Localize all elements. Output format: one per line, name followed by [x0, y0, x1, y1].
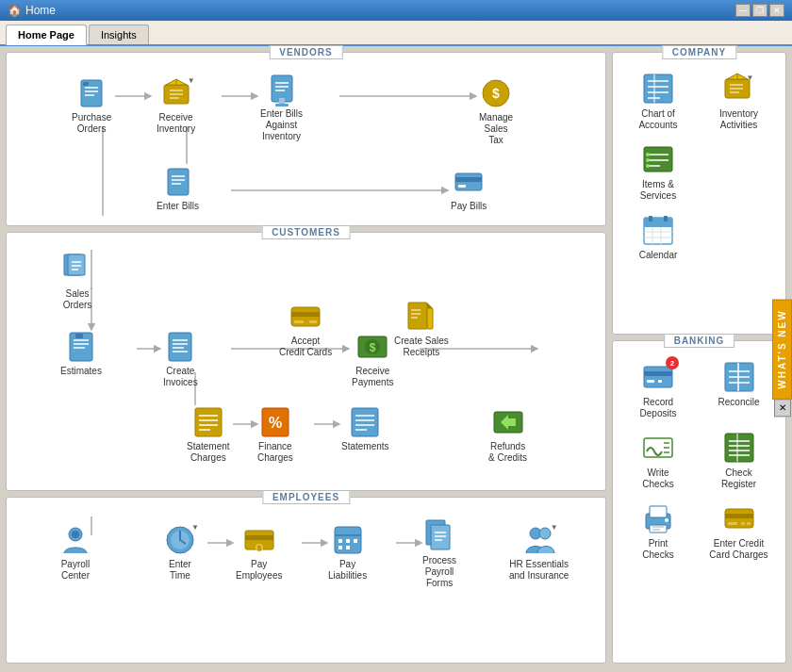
enter-bills-item[interactable]: Enter Bills	[154, 162, 202, 215]
pay-liabilities-item[interactable]: PayLiabilities	[325, 520, 370, 584]
svg-rect-25	[168, 169, 189, 195]
svg-rect-30	[455, 177, 482, 182]
title-bar: 🏠 Home — ❐ ✕	[0, 0, 792, 21]
svg-rect-31	[458, 185, 466, 188]
svg-text:$: $	[492, 86, 500, 101]
customers-layout: SalesOrders Estimates	[14, 250, 598, 481]
svg-point-127	[646, 158, 650, 162]
enter-credit-card-charges-item[interactable]: Enter CreditCard Charges	[701, 498, 777, 565]
svg-rect-167	[747, 522, 751, 525]
process-payroll-forms-item[interactable]: ProcessPayrollForms	[420, 516, 459, 592]
pay-bills-item[interactable]: Pay Bills	[448, 162, 489, 215]
app-icon: 🏠	[8, 4, 22, 17]
svg-rect-100	[354, 539, 357, 543]
inventory-activities-item[interactable]: ▼ InventoryActivities	[701, 68, 777, 135]
vendors-section: VENDORS	[6, 52, 606, 226]
finance-charges-item[interactable]: % FinanceCharges	[255, 402, 296, 467]
check-register-item[interactable]: CheckRegister	[701, 427, 777, 494]
purchase-orders-item[interactable]: PurchaseOrders	[69, 74, 114, 138]
record-deposits-item[interactable]: 2 RecordDeposits	[620, 356, 696, 423]
vendors-title: VENDORS	[269, 45, 342, 59]
create-sales-receipts-item[interactable]: Create SalesReceipts	[391, 297, 452, 361]
svg-rect-151	[725, 434, 753, 462]
vendors-layout: PurchaseOrders ▼	[14, 70, 598, 216]
manage-sales-tax-item[interactable]: $ ManageSalesTax	[476, 74, 516, 149]
svg-rect-57	[291, 312, 320, 317]
close-button[interactable]: ✕	[769, 4, 784, 17]
write-checks-item[interactable]: WriteChecks	[620, 427, 696, 494]
banking-icons: 2 RecordDeposits R	[620, 356, 778, 565]
svg-rect-139	[644, 371, 672, 376]
svg-rect-166	[741, 522, 745, 525]
svg-rect-158	[650, 506, 667, 517]
chart-accounts-item[interactable]: Chart ofAccounts	[620, 68, 696, 135]
svg-point-162	[665, 518, 668, 522]
minimize-button[interactable]: —	[735, 4, 751, 17]
hr-essentials-item[interactable]: ▼ HR Essentialsand Insurance	[506, 520, 571, 584]
svg-rect-60	[408, 303, 427, 329]
company-section: COMPANY Chart ofAccounts	[612, 52, 786, 335]
svg-rect-93	[245, 535, 273, 540]
deposits-badge: 2	[666, 356, 679, 369]
receive-payments-item[interactable]: $ ReceivePayments	[349, 327, 396, 391]
window-controls: — ❐ ✕	[735, 4, 784, 17]
svg-rect-138	[644, 367, 672, 387]
whats-new-tab[interactable]: WHAT'S NEW	[772, 299, 792, 399]
svg-point-126	[646, 153, 650, 156]
svg-marker-61	[427, 303, 433, 308]
svg-rect-58	[294, 320, 304, 323]
payroll-center-item[interactable]: PayrollCenter	[56, 520, 95, 584]
enter-bills-inventory-item[interactable]: Enter BillsAgainstInventory	[257, 70, 305, 145]
window-title: Home	[25, 4, 56, 17]
tab-insights[interactable]: Insights	[89, 25, 149, 44]
svg-rect-164	[725, 514, 753, 518]
print-checks-item[interactable]: PrintChecks	[620, 498, 696, 565]
svg-text:$: $	[370, 341, 376, 354]
svg-rect-102	[346, 546, 350, 549]
tab-bar: Home Page Insights	[0, 21, 792, 46]
svg-point-109	[539, 528, 551, 539]
svg-rect-133	[664, 216, 668, 221]
employees-title: EMPLOYEES	[262, 490, 350, 504]
svg-rect-10	[83, 82, 89, 86]
accept-credit-cards-item[interactable]: AcceptCredit Cards	[276, 297, 335, 361]
whats-new-close[interactable]: ✕	[774, 399, 791, 417]
reconcile-item[interactable]: Reconcile	[701, 356, 777, 423]
customers-title: CUSTOMERS	[261, 225, 351, 239]
calendar-item[interactable]: Calendar	[620, 209, 696, 265]
pay-employees-item[interactable]: $ PayEmployees	[233, 520, 285, 584]
estimates-item[interactable]: Estimates	[58, 327, 105, 380]
statement-charges-item[interactable]: StatementCharges	[184, 402, 233, 467]
svg-rect-140	[647, 380, 654, 383]
items-services-item[interactable]: Items &Services	[620, 139, 696, 205]
svg-text:$: $	[257, 544, 262, 552]
restore-button[interactable]: ❐	[752, 4, 767, 17]
refunds-credits-item[interactable]: Refunds& Credits	[486, 402, 530, 467]
svg-rect-101	[338, 546, 342, 549]
employees-layout: PayrollCenter ▼ EnterTime	[14, 516, 598, 601]
main-content: VENDORS	[0, 46, 792, 669]
whats-new-container: WHAT'S NEW ✕	[772, 299, 792, 417]
right-panel: COMPANY Chart ofAccounts	[612, 52, 786, 664]
svg-rect-132	[649, 216, 652, 221]
svg-rect-42	[68, 254, 85, 275]
svg-rect-17	[272, 75, 292, 102]
company-icons: Chart ofAccounts ▼	[620, 68, 778, 265]
svg-rect-159	[650, 525, 667, 533]
banking-section: BANKING 2 RecordDeposits	[612, 340, 786, 664]
left-panel: VENDORS	[6, 52, 606, 664]
svg-rect-51	[169, 333, 191, 361]
svg-rect-104	[431, 525, 450, 549]
statements-item[interactable]: Statements	[338, 402, 392, 455]
sales-orders-item[interactable]: SalesOrders	[58, 250, 97, 314]
svg-rect-59	[309, 320, 317, 323]
company-title: COMPANY	[662, 45, 736, 59]
tab-home[interactable]: Home Page	[6, 25, 87, 45]
enter-time-item[interactable]: ▼ EnterTime	[160, 520, 200, 584]
create-invoices-item[interactable]: CreateInvoices	[160, 327, 201, 391]
employees-section: EMPLOYEES	[6, 497, 606, 664]
receive-inventory-item[interactable]: ▼ ReceiveInventory	[154, 74, 198, 138]
svg-rect-165	[728, 522, 737, 525]
customers-section: CUSTOMERS	[6, 232, 606, 491]
svg-text:%: %	[269, 415, 282, 431]
